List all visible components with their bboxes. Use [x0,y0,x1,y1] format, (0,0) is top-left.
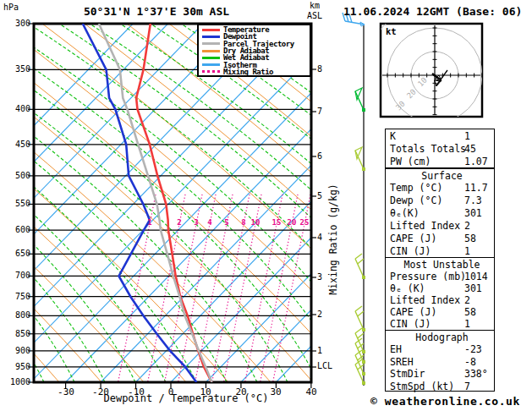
info-row-label: Lifted Index [390,294,460,306]
info-row-value: 1014 [464,271,488,282]
hodograph-stats-box-title: Hodograph [390,332,494,343]
info-row-value: 2 [464,220,470,233]
km-tick-label: 7 [317,107,322,116]
lcl-label: LCL [317,361,332,370]
info-row-value: 1 [464,245,470,258]
wind-barb-feather [355,306,362,311]
info-row: Pressure (mb)1014 [390,271,494,282]
km-tick-label: 6 [317,151,322,161]
km-tick-label: 8 [317,64,322,74]
isotherm-line [0,24,273,382]
pressure-tick-label: 950 [7,362,30,371]
legend-swatch-parcel-trajectory [202,42,220,45]
info-row-value: 2 [464,294,470,306]
info-row-label: CAPE (J) [390,233,436,244]
info-row-label: CAPE (J) [390,306,436,318]
hodograph-unit-label: kt [386,26,397,36]
wind-barb-feather [355,328,362,333]
wind-barb-feather [358,364,364,370]
pressure-tick-label: 450 [7,140,30,149]
pressure-tick-label: 500 [7,171,30,180]
info-row-value: 1 [464,318,470,330]
wind-barb-feather [355,338,362,343]
info-row-label: StmSpd (kt) [390,381,454,392]
plot-frame [34,24,311,382]
km-tick-label: 2 [317,310,322,319]
datetime-title: 11.06.2024 12GMT (Base: 06) [343,5,522,18]
pressure-tick-label: 400 [7,104,30,113]
mixing-ratio-label: 4 [207,218,211,227]
hodograph-stats-rows: EH-23SREH-8StmDir338°StmSpd (kt)7 [390,343,494,392]
info-row-label: K [390,130,396,142]
info-row-label: θₑ (K) [390,282,425,294]
info-row: SREH-8 [390,356,494,369]
pressure-tick-label: 850 [7,329,30,338]
info-row: K1 [390,130,494,143]
pressure-tick-label: 550 [7,199,30,208]
isotherm-line [0,24,203,382]
km-tick-label: 3 [317,272,322,282]
info-row-value: 58 [464,233,476,245]
info-row-value: -23 [464,343,482,356]
legend-rows: TemperatureDewpointParcel TrajectoryDry … [202,26,310,75]
pressure-tick-label: 700 [7,271,30,280]
mixing-ratio-label: 1 [147,218,151,227]
info-row-label: Dewp (°C) [390,195,442,206]
info-row-value: 338° [464,368,488,381]
info-row-label: EH [390,343,402,355]
legend-swatch-mixing-ratio [202,70,220,73]
info-row: PW (cm)1.07 [390,156,494,168]
legend-swatch-dry-adiabat [202,50,220,52]
km-tick-label: 1 [317,346,322,355]
info-row: CIN (J)1 [390,318,494,330]
temperature-tick-label: 40 [299,386,324,397]
info-row-label: Lifted Index [390,220,460,232]
info-row-label: SREH [390,356,414,368]
pressure-unit-label: hPa [3,3,19,12]
pressure-tick-label: 600 [7,225,30,234]
info-row-label: CIN (J) [390,245,431,257]
legend-swatch-temperature [202,29,220,31]
info-row: Totals Totals45 [390,143,494,156]
copyright-credit: © weatheronline.co.uk [370,395,520,408]
x-axis-label: Dewpoint / Temperature (°C) [76,392,296,404]
info-row-label: θₑ(K) [390,207,420,219]
info-row: CAPE (J)58 [390,233,494,245]
asl-axis-label: ASL [307,11,322,20]
wind-barb-feather [355,254,362,259]
info-row: Dewp (°C)7.3 [390,195,494,207]
mixing-ratio-label: 15 [272,218,282,227]
most-unstable-box: Most Unstable Pressure (mb)1014θₑ (K)301… [385,257,495,331]
pressure-tick-label: 650 [7,249,30,258]
pressure-tick-label: 900 [7,346,30,355]
legend-swatch-wet-adiabat [202,57,220,59]
info-row: Temp (°C)11.7 [390,182,494,195]
mixing-ratio-label: 5 [224,218,228,227]
pressure-tick-label: 750 [7,292,30,301]
most-unstable-rows: Pressure (mb)1014θₑ (K)301Lifted Index2C… [390,271,494,330]
dry-adiabat-line [0,24,271,382]
km-tick-label: 4 [317,233,322,242]
info-row-value: 58 [464,306,476,318]
indices-box: K1Totals Totals45PW (cm)1.07 [385,129,495,168]
surface-box-title: Surface [390,170,494,182]
wind-barb-feather [358,259,364,264]
info-row-label: PW (cm) [390,156,431,167]
info-row-value: 7.3 [464,195,482,207]
most-unstable-box-title: Most Unstable [390,259,494,271]
info-row: CIN (J)1 [390,245,494,258]
info-row-value: 7 [464,381,470,393]
mixing-ratio-axis-label: Mixing Ratio (g/kg) [327,184,339,295]
info-row-value: 1 [464,130,470,143]
temperature-tick-label: -30 [53,386,79,397]
skewt-sounding-app: hPa 50°31'N 1°37'E 30m ASL 11.06.2024 12… [0,0,532,411]
info-row-value: 301 [464,207,482,220]
info-row: StmDir338° [390,368,494,381]
info-row-label: CIN (J) [390,318,431,330]
wind-barb-feather [358,311,364,316]
km-axis-label: km [310,1,320,10]
pressure-tick-label: 300 [7,19,30,28]
mixing-ratio-label: 20 [288,218,297,227]
info-row-label: Pressure (mb) [390,271,466,282]
indices-rows: K1Totals Totals45PW (cm)1.07 [390,130,494,168]
